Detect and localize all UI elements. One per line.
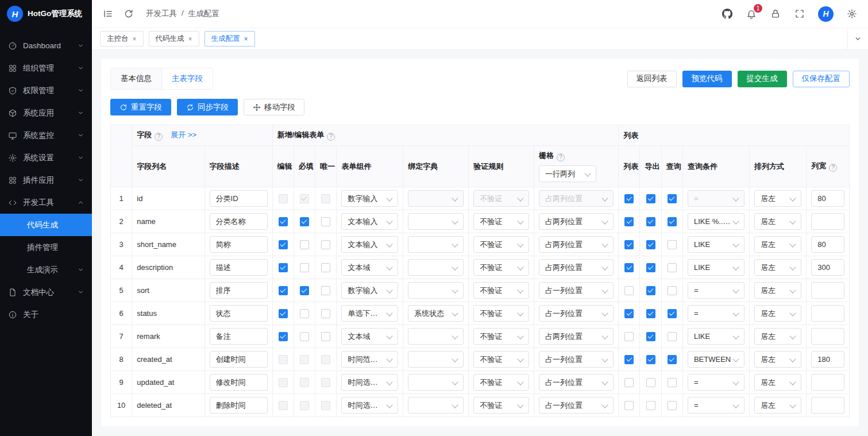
form-component-select[interactable]: 文本输入 [341,213,398,230]
validation-rule-select[interactable]: 不验证 [473,282,529,299]
align-select[interactable]: 居左 [754,351,801,368]
export-checkbox[interactable] [646,378,655,387]
validation-rule-select[interactable]: 不验证 [473,190,529,207]
align-select[interactable]: 居左 [754,190,801,207]
avatar[interactable]: H [818,6,834,22]
dict-select[interactable] [408,236,464,253]
required-checkbox[interactable] [300,240,309,249]
query-condition-select[interactable]: LIKE %...% [688,213,744,230]
query-checkbox[interactable] [668,217,677,226]
required-checkbox[interactable] [300,263,309,272]
column-width-input[interactable] [811,213,844,230]
grid-select[interactable]: 占两列位置 [539,236,614,253]
validation-rule-select[interactable]: 不验证 [473,374,529,391]
tab-code-generation[interactable]: 代码生成 × [149,31,199,47]
column-width-input[interactable] [811,305,844,322]
edit-checkbox[interactable] [279,401,288,410]
validation-rule-select[interactable]: 不验证 [473,213,529,230]
validation-rule-select[interactable]: 不验证 [473,259,529,276]
query-checkbox[interactable] [668,194,677,203]
list-checkbox[interactable] [624,217,634,226]
refresh-icon[interactable] [123,8,134,20]
list-checkbox[interactable] [624,263,634,272]
query-checkbox[interactable] [668,378,677,387]
export-checkbox[interactable] [646,332,655,341]
sidebar-item-system-monitor[interactable]: 系统监控 [0,124,92,146]
close-icon[interactable]: × [244,36,248,43]
column-width-input[interactable] [811,328,844,345]
validation-rule-select[interactable]: 不验证 [473,397,529,414]
edit-checkbox[interactable] [279,355,288,364]
unique-checkbox[interactable] [321,286,330,295]
fullscreen-icon[interactable] [794,8,805,20]
query-condition-select[interactable]: LIKE [688,236,744,253]
unique-checkbox[interactable] [321,309,330,318]
query-checkbox[interactable] [668,286,677,295]
dict-select[interactable] [408,328,464,345]
list-checkbox[interactable] [624,286,634,295]
field-desc-input[interactable] [210,328,268,345]
sidebar-item-organization[interactable]: 组织管理 [0,57,92,79]
edit-checkbox[interactable] [279,194,288,203]
reset-fields-button[interactable]: 重置字段 [110,99,171,115]
align-select[interactable]: 居左 [754,282,801,299]
export-checkbox[interactable] [646,263,655,272]
form-component-select[interactable]: 文本域 [341,259,398,276]
field-desc-input[interactable] [210,282,268,299]
close-icon[interactable]: × [133,36,137,43]
form-component-select[interactable]: 单选下拉框 [341,305,398,322]
dict-select[interactable] [408,259,464,276]
close-icon[interactable]: × [188,36,192,43]
align-select[interactable]: 居左 [754,305,801,322]
query-checkbox[interactable] [668,263,677,272]
grid-layout-select[interactable]: 一行两列 [539,165,596,182]
sidebar-item-dashboard[interactable]: Dashboard [0,34,92,57]
column-width-input[interactable] [811,282,844,299]
export-checkbox[interactable] [646,286,655,295]
list-checkbox[interactable] [624,332,634,341]
query-checkbox[interactable] [668,355,677,364]
help-icon[interactable]: ? [155,133,163,141]
grid-select[interactable]: 占一列位置 [539,397,614,414]
tab-main-table-fields[interactable]: 主表字段 [162,68,213,89]
sidebar-item-generation-demo[interactable]: 生成演示 [0,258,92,281]
dict-select[interactable] [408,213,464,230]
validation-rule-select[interactable]: 不验证 [473,236,529,253]
column-width-input[interactable] [811,259,844,276]
dict-select[interactable] [408,282,464,299]
query-checkbox[interactable] [668,309,677,318]
sidebar-item-dev-tools[interactable]: 开发工具 [0,191,92,214]
form-component-select[interactable]: 文本域 [341,328,398,345]
dict-select[interactable] [408,351,464,368]
unique-checkbox[interactable] [321,263,330,272]
field-desc-input[interactable] [210,351,268,368]
query-checkbox[interactable] [668,332,677,341]
query-condition-select[interactable]: = [688,374,744,391]
form-component-select[interactable]: 时间范围选择 [341,351,398,368]
field-desc-input[interactable] [210,213,268,230]
help-icon[interactable]: ? [557,153,565,161]
export-checkbox[interactable] [646,217,655,226]
grid-select[interactable]: 占一列位置 [539,374,614,391]
unique-checkbox[interactable] [321,217,330,226]
required-checkbox[interactable] [300,401,309,410]
required-checkbox[interactable] [300,309,309,318]
query-checkbox[interactable] [668,401,677,410]
field-desc-input[interactable] [210,374,268,391]
validation-rule-select[interactable]: 不验证 [473,328,529,345]
grid-select[interactable]: 占一列位置 [539,305,614,322]
required-checkbox[interactable] [300,194,309,203]
grid-select[interactable]: 占一列位置 [539,351,614,368]
form-component-select[interactable]: 文本输入 [341,236,398,253]
query-condition-select[interactable]: = [688,282,744,299]
export-checkbox[interactable] [646,401,655,410]
required-checkbox[interactable] [300,332,309,341]
sidebar-item-plugin-app[interactable]: 插件应用 [0,169,92,191]
field-desc-input[interactable] [210,190,268,207]
sidebar-item-system-settings[interactable]: 系统设置 [0,146,92,169]
query-condition-select[interactable]: = [688,305,744,322]
expand-link[interactable]: 展开 >> [171,130,196,139]
tab-options-chevron-icon[interactable] [847,28,868,49]
breadcrumb-item[interactable]: 开发工具 [146,9,177,19]
sidebar-item-permission[interactable]: 权限管理 [0,79,92,102]
